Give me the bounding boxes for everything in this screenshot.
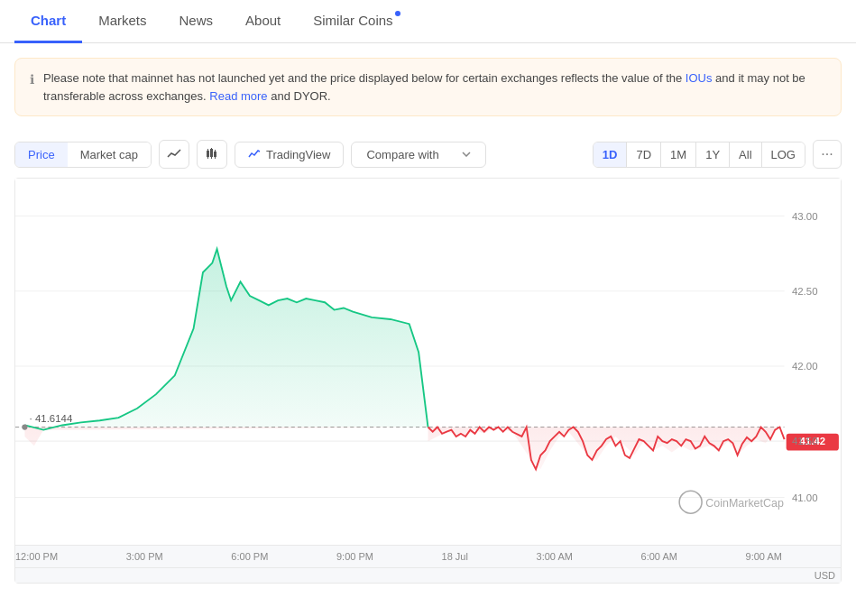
price-marketcap-toggle: Price Market cap bbox=[14, 142, 152, 168]
read-more-link[interactable]: Read more bbox=[209, 89, 267, 103]
svg-text:CoinMarketCap: CoinMarketCap bbox=[705, 497, 784, 510]
tab-news[interactable]: News bbox=[163, 0, 230, 43]
tradingview-button[interactable]: TradingView bbox=[235, 142, 345, 168]
x-axis: 12:00 PM3:00 PM6:00 PM9:00 PM18 Jul3:00 … bbox=[15, 545, 841, 567]
price-chart: · 41.6144 41.42 43.00 42.50 42.00 41.50 … bbox=[14, 178, 842, 584]
chart-toolbar: Price Market cap TradingView Compare wit… bbox=[0, 131, 856, 178]
x-axis-label: 9:00 PM bbox=[336, 551, 373, 562]
svg-rect-0 bbox=[207, 151, 209, 157]
tab-about[interactable]: About bbox=[229, 0, 297, 43]
market-cap-button[interactable]: Market cap bbox=[68, 143, 151, 167]
svg-rect-1 bbox=[210, 149, 213, 157]
tabs-nav: Chart Markets News About Similar Coins bbox=[0, 0, 856, 43]
svg-text:41.50: 41.50 bbox=[792, 436, 818, 446]
chart-svg: · 41.6144 41.42 43.00 42.50 42.00 41.50 … bbox=[15, 179, 841, 545]
tab-similar-coins[interactable]: Similar Coins bbox=[297, 0, 409, 43]
x-axis-label: 6:00 PM bbox=[231, 551, 268, 562]
time-btn-7d[interactable]: 7D bbox=[627, 143, 661, 167]
currency-label: USD bbox=[15, 567, 841, 583]
tab-dot bbox=[395, 11, 400, 16]
compare-with-button[interactable]: Compare with bbox=[351, 142, 486, 168]
time-range-selector: 1D7D1M1YAllLOG bbox=[593, 142, 805, 168]
x-axis-label: 6:00 AM bbox=[641, 551, 677, 562]
time-btn-1m[interactable]: 1M bbox=[661, 143, 696, 167]
tab-chart[interactable]: Chart bbox=[14, 0, 82, 43]
svg-text:42.00: 42.00 bbox=[792, 361, 818, 372]
svg-text:41.00: 41.00 bbox=[792, 492, 818, 503]
info-icon: ℹ bbox=[30, 70, 34, 89]
x-axis-label: 18 Jul bbox=[442, 551, 468, 562]
x-axis-label: 9:00 AM bbox=[746, 551, 782, 562]
x-axis-label: 3:00 PM bbox=[126, 551, 163, 562]
time-btn-log[interactable]: LOG bbox=[762, 143, 805, 167]
x-axis-label: 12:00 PM bbox=[15, 551, 58, 562]
svg-rect-2 bbox=[214, 152, 216, 157]
more-options-button[interactable]: ··· bbox=[813, 140, 842, 169]
price-button[interactable]: Price bbox=[15, 143, 68, 167]
svg-text:· 41.6144: · 41.6144 bbox=[30, 413, 73, 424]
line-chart-icon[interactable] bbox=[159, 140, 189, 169]
alert-text: Please note that mainnet has not launche… bbox=[43, 69, 826, 105]
chevron-down-icon bbox=[462, 152, 471, 157]
tab-markets[interactable]: Markets bbox=[82, 0, 162, 43]
svg-text:43.00: 43.00 bbox=[792, 211, 818, 222]
svg-text:42.50: 42.50 bbox=[792, 286, 818, 297]
time-btn-all[interactable]: All bbox=[730, 143, 761, 167]
alert-banner: ℹ Please note that mainnet has not launc… bbox=[14, 58, 842, 116]
time-btn-1d[interactable]: 1D bbox=[594, 143, 628, 167]
x-axis-label: 3:00 AM bbox=[537, 551, 573, 562]
time-btn-1y[interactable]: 1Y bbox=[696, 143, 730, 167]
svg-point-16 bbox=[22, 424, 27, 429]
svg-rect-9 bbox=[15, 179, 841, 545]
candle-chart-icon[interactable] bbox=[197, 140, 227, 169]
ious-link[interactable]: IOUs bbox=[686, 71, 713, 85]
